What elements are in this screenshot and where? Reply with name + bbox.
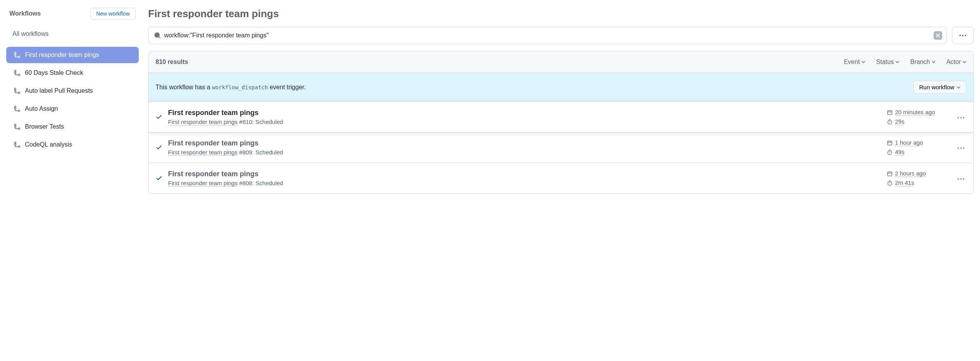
run-subtitle: First responder team pings #809: Schedul… <box>168 149 881 156</box>
sidebar-item-label: Auto label Pull Requests <box>25 87 93 94</box>
search-input[interactable] <box>161 32 934 39</box>
sidebar-item-browser-tests[interactable]: Browser Tests <box>6 119 139 135</box>
workflow-icon <box>14 52 20 58</box>
x-icon <box>936 33 940 38</box>
svg-point-12 <box>963 147 964 149</box>
run-subtitle: First responder team pings #808: Schedul… <box>168 180 881 186</box>
svg-rect-8 <box>888 141 892 145</box>
run-workflow-button[interactable]: Run workflow <box>913 81 966 94</box>
workflow-icon <box>14 106 20 112</box>
sidebar-item-label: 60 Days Stale Check <box>25 69 83 76</box>
chevron-down-icon <box>957 86 961 88</box>
search-box[interactable] <box>148 27 946 44</box>
run-menu-button[interactable] <box>955 143 966 152</box>
sidebar-item-auto-assign[interactable]: Auto Assign <box>6 101 139 117</box>
svg-rect-13 <box>888 172 892 175</box>
run-subtitle: First responder team pings #810: Schedul… <box>168 119 881 125</box>
workflow-icon <box>14 142 20 148</box>
svg-point-11 <box>960 147 962 149</box>
check-icon <box>156 113 163 120</box>
sidebar-item-label: CodeQL analysis <box>25 141 72 148</box>
chevron-down-icon <box>962 61 966 63</box>
run-time: 2 hours ago <box>887 170 945 177</box>
workflow-icon <box>14 88 20 94</box>
svg-point-0 <box>959 35 961 36</box>
sidebar-item-auto-label[interactable]: Auto label Pull Requests <box>6 83 139 99</box>
sidebar-item-60-days[interactable]: 60 Days Stale Check <box>6 65 139 81</box>
sidebar-item-label: Auto Assign <box>25 105 58 112</box>
stopwatch-icon <box>887 180 893 186</box>
check-icon <box>156 144 163 151</box>
svg-point-16 <box>960 178 962 180</box>
run-title: First responder team pings <box>168 139 881 147</box>
chevron-down-icon <box>895 61 899 63</box>
kebab-icon <box>957 178 965 180</box>
workflow-icon <box>14 70 20 76</box>
search-icon <box>154 32 161 39</box>
more-options-button[interactable] <box>952 27 974 44</box>
run-time: 20 minutes ago <box>887 109 945 116</box>
sidebar-title: Workflows <box>9 10 41 17</box>
svg-point-5 <box>957 117 959 119</box>
chevron-down-icon <box>861 61 865 63</box>
stopwatch-icon <box>887 119 893 125</box>
svg-point-17 <box>963 178 964 180</box>
run-row[interactable]: First responder team pings First respond… <box>149 132 973 163</box>
calendar-icon <box>887 171 893 177</box>
check-icon <box>156 175 163 182</box>
svg-point-6 <box>960 117 962 119</box>
svg-point-10 <box>957 147 959 149</box>
chevron-down-icon <box>932 61 936 63</box>
kebab-icon <box>959 34 967 37</box>
sidebar-item-first-responder[interactable]: First responder team pings <box>6 47 139 63</box>
calendar-icon <box>887 110 893 115</box>
calendar-icon <box>887 140 893 146</box>
svg-point-2 <box>965 35 966 36</box>
filter-status[interactable]: Status <box>876 58 899 65</box>
kebab-icon <box>957 117 965 119</box>
svg-point-15 <box>957 178 959 180</box>
run-title: First responder team pings <box>168 170 881 178</box>
workflow-icon <box>14 124 20 130</box>
clear-search-button[interactable] <box>934 31 942 40</box>
run-duration: 49s <box>887 149 945 156</box>
filter-event[interactable]: Event <box>844 58 865 65</box>
filter-actor[interactable]: Actor <box>946 58 966 65</box>
svg-rect-3 <box>888 110 892 114</box>
new-workflow-button[interactable]: New workflow <box>90 8 136 19</box>
dispatch-message: This workflow has a workflow_dispatch ev… <box>156 84 306 91</box>
run-menu-button[interactable] <box>955 112 966 122</box>
run-row[interactable]: First responder team pings First respond… <box>149 163 973 193</box>
run-duration: 2m 41s <box>887 179 945 186</box>
run-row[interactable]: First responder team pings First respond… <box>148 101 974 133</box>
run-title: First responder team pings <box>168 109 881 117</box>
svg-point-7 <box>963 117 964 119</box>
sidebar-item-label: First responder team pings <box>25 51 99 58</box>
sidebar-item-codeql[interactable]: CodeQL analysis <box>6 136 139 153</box>
filter-branch[interactable]: Branch <box>910 58 936 65</box>
svg-point-1 <box>962 35 964 36</box>
sidebar-all-workflows[interactable]: All workflows <box>6 27 139 41</box>
run-duration: 29s <box>887 118 945 125</box>
sidebar-item-label: Browser Tests <box>25 123 64 130</box>
stopwatch-icon <box>887 149 893 155</box>
run-time: 1 hour ago <box>887 139 945 146</box>
run-menu-button[interactable] <box>955 173 966 183</box>
results-count: 810 results <box>156 58 188 65</box>
kebab-icon <box>957 147 965 149</box>
page-title: First responder team pings <box>148 8 974 20</box>
